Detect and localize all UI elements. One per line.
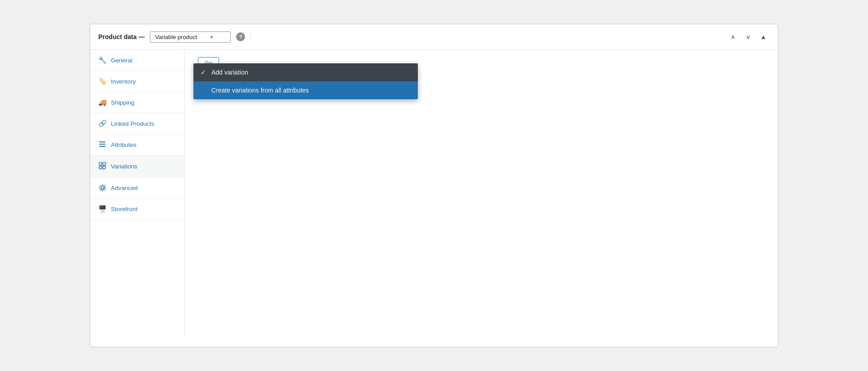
product-data-title: Product data — bbox=[98, 33, 145, 40]
collapse-button[interactable]: ▲ bbox=[757, 31, 770, 43]
storefront-icon: 🖥️ bbox=[98, 205, 106, 213]
chevron-down-icon: ▾ bbox=[210, 35, 213, 40]
svg-rect-0 bbox=[99, 141, 105, 142]
sidebar-item-variations[interactable]: Variations bbox=[90, 156, 184, 177]
svg-rect-1 bbox=[99, 144, 105, 145]
no-check-icon bbox=[201, 87, 208, 94]
list-icon bbox=[98, 141, 106, 149]
svg-rect-6 bbox=[103, 166, 105, 169]
sidebar-label-storefront: Storefront bbox=[111, 206, 137, 212]
wrench-icon: 🔧 bbox=[98, 56, 106, 64]
sidebar-item-linked-products[interactable]: 🔗 Linked Products bbox=[90, 113, 184, 134]
svg-rect-3 bbox=[99, 163, 102, 165]
dropdown-item-create-all[interactable]: Create variations from all attributes bbox=[193, 81, 418, 99]
dropdown-item-add-variation[interactable]: ✓ Add variation bbox=[193, 63, 418, 81]
truck-icon: 🚚 bbox=[98, 98, 106, 106]
header-divider bbox=[250, 32, 251, 41]
svg-rect-5 bbox=[99, 166, 102, 169]
sidebar-label-shipping: Shipping bbox=[111, 99, 135, 106]
svg-rect-4 bbox=[103, 163, 105, 165]
sidebar-item-shipping[interactable]: 🚚 Shipping bbox=[90, 92, 184, 113]
svg-rect-2 bbox=[99, 146, 105, 147]
variation-dropdown-menu: ✓ Add variation Create variations from a… bbox=[193, 63, 418, 99]
collapse-down-button[interactable]: ∨ bbox=[742, 31, 754, 43]
collapse-up-button[interactable]: ∧ bbox=[727, 31, 739, 43]
sidebar-item-storefront[interactable]: 🖥️ Storefront bbox=[90, 199, 184, 220]
sidebar-label-linked-products: Linked Products bbox=[111, 120, 154, 127]
variations-toolbar: ✓ Add variation Create variations from a… bbox=[193, 57, 769, 69]
product-type-label: Variable product bbox=[155, 34, 197, 40]
product-type-select[interactable]: Variable product ▾ bbox=[150, 31, 231, 43]
tag-icon: 🏷️ bbox=[98, 77, 106, 85]
check-icon: ✓ bbox=[201, 69, 208, 76]
sidebar-item-general[interactable]: 🔧 General bbox=[90, 50, 184, 71]
sidebar-label-inventory: Inventory bbox=[111, 78, 136, 85]
dropdown-item-add-variation-label: Add variation bbox=[211, 69, 248, 76]
sidebar-label-variations: Variations bbox=[111, 163, 137, 170]
variations-main-content: ✓ Add variation Create variations from a… bbox=[184, 50, 778, 337]
sidebar-item-attributes[interactable]: Attributes bbox=[90, 134, 184, 156]
header-actions: ∧ ∨ ▲ bbox=[727, 31, 770, 43]
gear-icon: ⚙️ bbox=[98, 184, 106, 192]
dropdown-item-create-all-label: Create variations from all attributes bbox=[211, 87, 309, 94]
sidebar-label-attributes: Attributes bbox=[111, 141, 136, 148]
help-icon[interactable]: ? bbox=[236, 32, 245, 41]
product-data-body: 🔧 General 🏷️ Inventory 🚚 Shipping 🔗 Link… bbox=[90, 50, 778, 337]
sidebar-item-advanced[interactable]: ⚙️ Advanced bbox=[90, 177, 184, 199]
link-icon: 🔗 bbox=[98, 119, 106, 128]
product-data-header: Product data — Variable product ▾ ? ∧ ∨ … bbox=[90, 24, 778, 50]
sidebar-item-inventory[interactable]: 🏷️ Inventory bbox=[90, 71, 184, 92]
product-data-box: Product data — Variable product ▾ ? ∧ ∨ … bbox=[90, 24, 778, 347]
sidebar-label-advanced: Advanced bbox=[111, 185, 138, 191]
sidebar-label-general: General bbox=[111, 57, 132, 64]
sidebar: 🔧 General 🏷️ Inventory 🚚 Shipping 🔗 Link… bbox=[90, 50, 184, 337]
grid-icon bbox=[98, 162, 106, 171]
